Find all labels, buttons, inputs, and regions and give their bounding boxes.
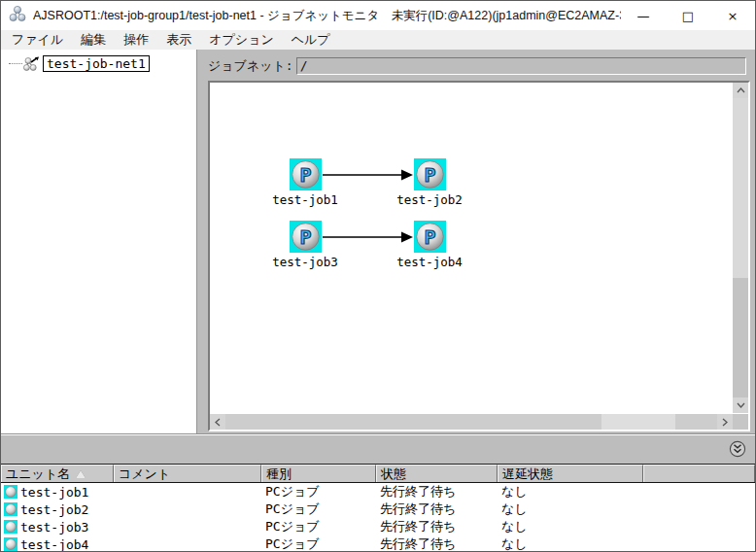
relation-arrows: [210, 83, 733, 413]
vertical-scrollbar[interactable]: [733, 83, 748, 413]
close-button[interactable]: ×: [710, 1, 755, 30]
column-header-status[interactable]: 状態: [376, 465, 498, 482]
svg-text:P: P: [424, 163, 435, 187]
scroll-right-button[interactable]: [717, 414, 733, 430]
pc-job-icon: P: [414, 158, 446, 190]
pc-job-icon: [4, 485, 17, 499]
svg-text:P: P: [299, 163, 311, 187]
pc-job-icon: P: [290, 221, 322, 253]
app-window: AJSROOT1:/test-job-group1/test-job-net1 …: [0, 0, 756, 552]
delay-status-cell: なし: [498, 500, 643, 518]
table-row[interactable]: test-job4 PCジョブ 先行終了待ち なし: [1, 535, 755, 552]
status-cell: 先行終了待ち: [376, 518, 498, 535]
tree-item-jobnet[interactable]: test-job-net1: [1, 55, 196, 72]
chevron-down-icon: [737, 402, 745, 408]
unit-name-cell: test-job2: [1, 500, 114, 518]
job-node-label: test-job2: [386, 192, 473, 207]
pc-job-icon: P: [414, 221, 446, 253]
delay-status-cell: なし: [498, 483, 643, 500]
menu-view[interactable]: 表示: [157, 30, 200, 50]
tree-item-label[interactable]: test-job-net1: [43, 55, 150, 72]
column-header-blank: [643, 465, 755, 482]
unit-name-cell: test-job1: [1, 483, 114, 500]
delay-status-cell: なし: [498, 518, 643, 535]
delay-status-cell: なし: [498, 535, 643, 552]
jobnet-path-field[interactable]: /: [296, 57, 746, 75]
double-chevron-down-icon: [729, 440, 746, 458]
list-splitter-band: [1, 433, 755, 465]
type-cell: PCジョブ: [261, 518, 376, 535]
pc-job-icon: [4, 537, 17, 551]
jobnet-tree-panel: test-job-net1: [1, 50, 197, 433]
menu-help[interactable]: ヘルプ: [283, 30, 339, 50]
jobnet-map-canvas[interactable]: P test-job1 P test-job2: [208, 81, 750, 431]
sort-ascending-icon: [76, 470, 86, 478]
chevron-right-icon: [722, 418, 728, 427]
vertical-scroll-thumb[interactable]: [733, 278, 748, 397]
window-title: AJSROOT1:/test-job-group1/test-job-net1 …: [33, 8, 621, 24]
title-bar: AJSROOT1:/test-job-group1/test-job-net1 …: [1, 1, 755, 30]
svg-text:P: P: [299, 225, 311, 249]
pc-job-icon: P: [290, 158, 322, 190]
menu-bar: ファイル 編集 操作 表示 オプション ヘルプ: [1, 30, 755, 50]
minimize-button[interactable]: —: [621, 1, 666, 30]
table-row[interactable]: test-job2 PCジョブ 先行終了待ち なし: [1, 500, 755, 518]
app-logo-icon: [9, 5, 26, 26]
job-node-test-job4[interactable]: P: [414, 221, 446, 253]
job-node-test-job1[interactable]: P: [290, 158, 322, 190]
jobnet-monitor-panel: ジョブネット: /: [206, 50, 755, 433]
type-cell: PCジョブ: [261, 535, 376, 552]
unit-list-table: ユニット名 コメント 種別 状態 遅延状態 test-job1 PCジョブ 先行…: [1, 465, 755, 551]
horizontal-scroll-thumb[interactable]: [601, 414, 675, 430]
job-node-label: test-job1: [261, 192, 349, 207]
chevron-up-icon: [737, 87, 745, 93]
column-header-comment[interactable]: コメント: [114, 465, 261, 482]
column-header-delay-status[interactable]: 遅延状態: [498, 465, 643, 482]
status-cell: 先行終了待ち: [376, 500, 498, 518]
unit-name-cell: test-job4: [1, 535, 114, 552]
table-row[interactable]: test-job1 PCジョブ 先行終了待ち なし: [1, 483, 755, 500]
job-node-test-job3[interactable]: P: [290, 221, 322, 253]
job-node-label: test-job3: [261, 255, 349, 269]
main-area: test-job-net1 ジョブネット: /: [1, 50, 755, 433]
menu-options[interactable]: オプション: [200, 30, 283, 50]
column-header-unit-name[interactable]: ユニット名: [1, 465, 114, 482]
tree-branch-line: [9, 63, 22, 64]
chevron-left-icon: [215, 418, 221, 427]
table-header-row: ユニット名 コメント 種別 状態 遅延状態: [1, 465, 755, 483]
maximize-button[interactable]: □: [666, 1, 710, 30]
unit-name-cell: test-job3: [1, 518, 114, 535]
type-cell: PCジョブ: [261, 483, 376, 500]
pc-job-icon: [4, 502, 17, 516]
type-cell: PCジョブ: [261, 500, 376, 518]
menu-edit[interactable]: 編集: [72, 30, 115, 50]
table-row[interactable]: test-job3 PCジョブ 先行終了待ち なし: [1, 518, 755, 535]
jobnet-path-label: ジョブネット:: [208, 57, 293, 75]
pc-job-icon: [4, 520, 17, 534]
scroll-down-button[interactable]: [733, 397, 748, 413]
column-header-type[interactable]: 種別: [261, 465, 376, 482]
jobnet-map-content: P test-job1 P test-job2: [210, 83, 748, 430]
scroll-left-button[interactable]: [210, 414, 225, 430]
status-cell: 先行終了待ち: [376, 483, 498, 500]
svg-text:P: P: [424, 225, 435, 249]
window-controls: — □ ×: [621, 1, 755, 30]
job-node-test-job2[interactable]: P: [414, 158, 446, 190]
menu-operation[interactable]: 操作: [115, 30, 157, 50]
job-node-label: test-job4: [386, 255, 473, 269]
scrollbar-corner: [733, 414, 748, 430]
horizontal-scrollbar[interactable]: [210, 414, 733, 430]
jobnet-path-bar: ジョブネット: /: [208, 56, 746, 76]
scroll-up-button[interactable]: [733, 83, 748, 98]
status-cell: 先行終了待ち: [376, 535, 498, 552]
menu-file[interactable]: ファイル: [3, 30, 72, 50]
jobnet-icon: [22, 55, 41, 72]
collapse-list-button[interactable]: [729, 440, 746, 458]
